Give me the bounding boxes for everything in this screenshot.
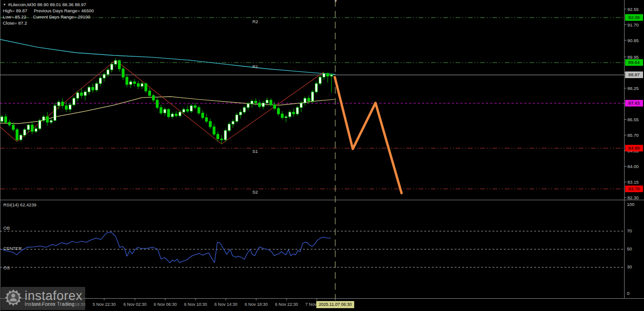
curr-days-range: Current Days Range= 29100	[33, 14, 90, 19]
candle-body	[293, 112, 295, 114]
candle-body	[92, 87, 94, 90]
mt4-chart-window: ▼#Litecoin,M30 88.90 89.01 88.36 88.97 H…	[0, 0, 644, 311]
instaforex-logo: instaforex Instant Forex Trading	[1, 287, 85, 310]
candle-body	[194, 106, 197, 107]
candle-body	[152, 96, 155, 100]
candle-body	[130, 82, 132, 85]
candle-body	[9, 122, 11, 125]
vertical-line-grip-icon[interactable]: ▼	[334, 0, 338, 3]
candle-body	[107, 70, 109, 74]
price-label-s2: 82.78	[625, 186, 643, 192]
candle-body	[96, 84, 98, 90]
candle-body	[259, 103, 261, 107]
candle-body	[251, 101, 253, 104]
candle-body	[103, 74, 106, 78]
candle-body	[198, 107, 200, 113]
rsi-center-label: CENTER	[3, 246, 22, 251]
candle-body	[39, 120, 41, 129]
candle-body	[266, 100, 268, 103]
candle-body	[99, 78, 102, 84]
logo-tagline: Instant Forex Trading	[25, 301, 82, 307]
candle-body	[323, 73, 325, 77]
candle-body	[255, 101, 257, 103]
logo-text-block: instaforex Instant Forex Trading	[25, 290, 82, 307]
candle-body	[187, 109, 189, 111]
high-value: High= 89.87	[3, 8, 27, 13]
candle-body	[122, 69, 125, 77]
candle-body	[243, 107, 246, 112]
candle-body	[285, 117, 287, 118]
price-tick-label: 91.70	[627, 22, 639, 27]
candle-body	[149, 91, 151, 96]
price-tick-label: 84.00	[627, 164, 639, 169]
price-tick-label: 90.85	[627, 38, 639, 43]
candle-body	[224, 131, 227, 140]
candle-body	[20, 135, 22, 140]
candle-body	[141, 84, 143, 87]
candle-body	[304, 98, 306, 103]
candle-body	[308, 98, 310, 101]
rsi-indicator-title: RSI(14) 62.4239	[3, 202, 36, 207]
candle-body	[156, 100, 159, 108]
time-axis-label: 6 Nov 10:30	[179, 302, 212, 307]
price-tick-label: 85.70	[627, 133, 639, 138]
close-value: Close= 87.2	[3, 20, 27, 26]
candle-body	[77, 93, 79, 98]
candle-body	[232, 121, 234, 124]
time-axis-label: 6 Nov 18:30	[240, 302, 273, 307]
chart-info-overlay: ▼#Litecoin,M30 88.90 89.01 88.36 88.97 H…	[3, 1, 94, 26]
candle-body	[327, 73, 329, 76]
candle-body	[247, 104, 250, 107]
candle-body	[115, 61, 117, 64]
candle-body	[58, 102, 60, 106]
candle-body	[240, 112, 242, 115]
candle-body	[289, 112, 291, 117]
symbol-dropdown-icon[interactable]: ▼	[3, 3, 6, 6]
pivot-label-r1: R1	[252, 64, 258, 69]
symbol-title-row: ▼#Litecoin,M30 88.90 89.01 88.36 88.97	[3, 1, 94, 8]
price-label-r2: 92.08	[625, 14, 643, 21]
rsi-scale-70: 70	[627, 228, 632, 233]
candle-body	[281, 114, 284, 118]
candle-body	[175, 114, 178, 116]
candle-body	[217, 134, 219, 139]
time-axis-label: 6 Nov 06:30	[149, 302, 182, 307]
candle-body	[312, 92, 314, 101]
price-label-close: 87.43	[625, 100, 643, 107]
rsi-scale-100: 100	[627, 202, 635, 207]
candle-body	[35, 129, 37, 132]
candle-body	[296, 107, 299, 114]
candle-body	[118, 61, 121, 69]
candle-body	[145, 84, 147, 91]
rsi-scale-30: 30	[627, 264, 632, 269]
price-label-current: 88.97	[625, 71, 643, 78]
candle-body	[137, 84, 140, 87]
pivot-label-r2: R2	[252, 19, 258, 24]
candle-body	[16, 130, 18, 140]
candle-body	[300, 103, 303, 107]
candle-body	[209, 121, 212, 127]
selected-time-badge: 2025.11.07 06:30	[316, 301, 354, 308]
candle-body	[228, 124, 231, 131]
candle-body	[1, 117, 3, 122]
time-axis-label: 6 Nov 14:30	[209, 302, 242, 307]
close-row: Close= 87.2	[3, 20, 94, 26]
time-axis-label: 6 Nov 02:30	[118, 302, 152, 307]
candle-body	[126, 77, 128, 85]
price-chart-canvas[interactable]	[0, 0, 644, 311]
candle-body	[319, 77, 322, 84]
candle-body	[206, 118, 208, 122]
candle-body	[190, 106, 193, 111]
candle-body	[69, 105, 72, 109]
symbol-title: #Litecoin,M30 88.90 89.01 88.36 88.97	[8, 2, 86, 7]
candle-body	[171, 114, 174, 117]
candle-body	[5, 117, 7, 123]
candle-body	[46, 117, 49, 123]
price-tick-label: 82.30	[627, 195, 639, 200]
candle-body	[111, 64, 113, 70]
low-value: Low= 85.22	[3, 14, 26, 19]
price-tick-label: 92.55	[627, 7, 639, 12]
candle-body	[88, 87, 90, 92]
ma-slow-line	[0, 39, 335, 74]
candle-body	[50, 120, 53, 122]
